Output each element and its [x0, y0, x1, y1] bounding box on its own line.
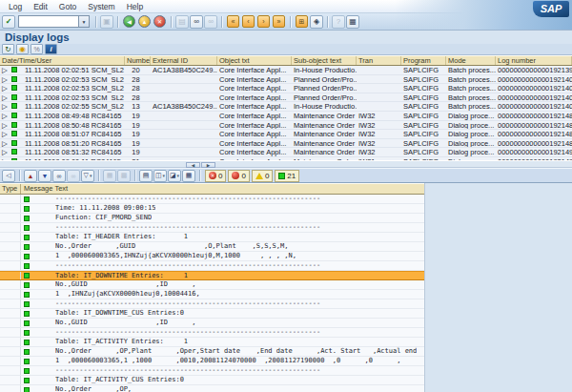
message-row[interactable]: ----------------------------------------… — [0, 261, 424, 271]
find-icon[interactable]: ∞ — [190, 15, 203, 29]
message-row[interactable]: Table: IT_ACTIVITY Entries: 1 — [0, 338, 424, 347]
find-next-icon[interactable]: ∞ — [67, 170, 80, 182]
expand-arrow-icon[interactable]: ▷ — [0, 130, 10, 138]
message-row[interactable]: No.,GUID ,ID , — [0, 280, 424, 290]
select-all-icon[interactable]: ▩ — [117, 170, 131, 182]
choose-detail-icon[interactable]: ◁ — [2, 170, 15, 182]
message-row[interactable]: ----------------------------------------… — [0, 366, 424, 376]
information-icon[interactable]: i — [45, 44, 57, 54]
create-session-icon[interactable]: ⊞ — [296, 15, 308, 28]
aborted-count[interactable]: ✕0 — [205, 170, 226, 182]
table-row[interactable]: ▷ 11.11.2008 08:51:20 RC84165 19 Core In… — [0, 139, 572, 149]
menu-item[interactable]: Goto — [53, 2, 82, 11]
message-text: Table: IT_DOWNTIME_CUS Entries:0 — [55, 309, 184, 318]
enter-icon[interactable]: ✓ — [2, 15, 15, 29]
message-row[interactable]: ----------------------------------------… — [0, 223, 424, 233]
back-icon[interactable]: ◀ — [123, 15, 135, 28]
message-row[interactable]: 1 ,000060003365,IHNZuj{aKCVX0000h1euj0,M… — [0, 252, 424, 261]
expand-arrow-icon[interactable]: ▷ — [0, 84, 10, 93]
expand-arrow-icon[interactable]: ▷ — [0, 75, 10, 84]
first-page-icon[interactable]: « — [227, 15, 239, 28]
expand-arrow-icon[interactable]: ▷ — [0, 121, 10, 130]
sort-ascending-icon[interactable]: ▲ — [24, 170, 37, 182]
expand-arrow-icon[interactable]: ▷ — [0, 148, 10, 156]
error-count[interactable]: 0 — [228, 170, 249, 182]
filter-icon[interactable]: ▽▾ — [81, 170, 94, 182]
message-type-cell — [0, 223, 21, 232]
print-icon[interactable]: ▤ — [139, 170, 153, 182]
message-row[interactable]: No.,Order ,GUID ,O,Plant ,S,S,S,M, — [0, 242, 424, 252]
expand-arrow-icon[interactable]: ▷ — [0, 112, 10, 120]
column-header[interactable]: Date/Time/User — [0, 56, 125, 65]
column-header[interactable]: Number — [125, 56, 151, 65]
help-icon[interactable]: ? — [332, 15, 345, 29]
expand-arrow-icon[interactable]: ▷ — [0, 102, 10, 111]
table-row[interactable]: ▷ 11.11.2008 02:02:53 SCM_SL2 28 Core In… — [0, 93, 572, 103]
menu-item[interactable]: Log — [3, 2, 28, 11]
table-row[interactable]: ▷ 11.11.2008 02:02:53 SCM_SL2 28 Core In… — [0, 75, 572, 85]
message-text: ----------------------------------------… — [55, 299, 320, 308]
table-row[interactable]: ▷ 11.11.2008 08:50:48 RC84165 19 Core In… — [0, 121, 572, 131]
expand-arrow-icon[interactable]: ▷ — [0, 139, 10, 148]
message-row[interactable]: ----------------------------------------… — [0, 299, 424, 309]
message-row[interactable]: Table: IT_DOWNTIME Entries: 1 — [0, 271, 424, 280]
h-scrollbar[interactable]: ◀ ▶ — [0, 160, 572, 168]
select-block-icon[interactable]: ▦ — [103, 170, 116, 182]
views-icon[interactable]: ▦ — [182, 170, 195, 182]
copy-icon[interactable]: ◫▾ — [153, 170, 167, 182]
message-row[interactable]: Time: 11.11.2008 09:00:15 — [0, 204, 424, 214]
column-header-type[interactable]: Type — [0, 184, 21, 194]
column-header[interactable]: Sub-object text — [292, 56, 357, 65]
previous-page-icon[interactable]: ‹ — [242, 15, 255, 28]
message-row[interactable]: Table: IT_DOWNTIME_CUS Entries:0 — [0, 309, 424, 319]
column-header[interactable]: Tran — [357, 56, 401, 65]
table-row[interactable]: ▷ 11.11.2008 08:49:48 RC84165 19 Core In… — [0, 112, 572, 121]
message-row[interactable]: No.,Order ,OP, — [0, 385, 424, 392]
message-row[interactable]: No.,GUID ,ID , — [0, 319, 424, 328]
success-count[interactable]: 21 — [275, 170, 299, 182]
column-header[interactable]: Mode — [446, 56, 496, 65]
find-next-icon[interactable]: ∞ — [204, 15, 217, 29]
message-row[interactable]: 1 ,IHNZuj{aKCVX0000h1euj0,10004416, — [0, 290, 424, 299]
command-dropdown-icon[interactable]: ▼ — [79, 15, 90, 28]
expand-arrow-icon[interactable]: ▷ — [0, 93, 10, 102]
table-row[interactable]: ▷ 11.11.2008 02:02:53 SCM_SL2 28 Core In… — [0, 84, 572, 93]
cancel-icon[interactable]: ✕ — [153, 15, 166, 28]
exit-icon[interactable]: ▲ — [138, 15, 151, 28]
warning-count[interactable]: 0 — [252, 170, 273, 182]
create-shortcut-icon[interactable]: ◈ — [310, 15, 323, 29]
command-input[interactable] — [18, 15, 79, 28]
print-icon[interactable]: ▤ — [175, 15, 189, 29]
find-icon[interactable]: ∞ — [52, 170, 66, 182]
last-page-icon[interactable]: » — [273, 15, 285, 28]
column-header[interactable]: Log number — [496, 56, 572, 65]
menu-item[interactable]: Edit — [28, 2, 53, 11]
column-header-message-text[interactable]: Message Text — [21, 184, 424, 194]
next-page-icon[interactable]: › — [257, 15, 270, 28]
refresh-icon[interactable]: ↻ — [2, 44, 14, 54]
menu-item[interactable]: Help — [121, 2, 149, 11]
table-row[interactable]: ▷ 11.11.2008 08:51:07 RC84165 19 Core In… — [0, 130, 572, 139]
message-row[interactable]: ----------------------------------------… — [0, 195, 424, 204]
save-icon[interactable]: ▣ — [100, 15, 113, 29]
message-row[interactable]: Table: IT_ACTIVITY_CUS Entries:0 — [0, 376, 424, 385]
table-row[interactable]: ▷ 11.11.2008 02:02:51 SCM_SL2 20 AC1A38B… — [0, 66, 572, 75]
export-icon[interactable]: ◪▾ — [168, 170, 181, 182]
display-header-icon[interactable]: ◉ — [16, 44, 29, 54]
message-row[interactable]: ----------------------------------------… — [0, 328, 424, 338]
expand-arrow-icon[interactable]: ▷ — [0, 66, 10, 74]
message-row[interactable]: No.,Order ,OP,Plant ,Oper,Start date ,En… — [0, 347, 424, 357]
technical-info-icon[interactable]: % — [31, 44, 43, 54]
customize-layout-icon[interactable]: ▦ — [346, 15, 359, 29]
sort-descending-icon[interactable]: ▼ — [38, 170, 51, 182]
column-header[interactable]: Program — [401, 56, 446, 65]
menu-item[interactable]: System — [82, 2, 120, 11]
table-row[interactable]: ▷ 11.11.2008 02:02:55 SCM_SL2 13 AC1A38B… — [0, 102, 572, 112]
message-row[interactable]: Table: IT_HEADER Entries: 1 — [0, 233, 424, 242]
message-row[interactable]: Function: CIF_PMORD_SEND — [0, 214, 424, 223]
message-text: ----------------------------------------… — [55, 328, 320, 337]
column-header[interactable]: Object txt — [217, 56, 292, 65]
message-row[interactable]: 1 ,000060003365,1 ,1000 ,0010,2008112407… — [0, 357, 424, 366]
table-row[interactable]: ▷ 11.11.2008 08:51:32 RC84165 19 Core In… — [0, 148, 572, 157]
column-header[interactable]: External ID — [151, 56, 217, 65]
